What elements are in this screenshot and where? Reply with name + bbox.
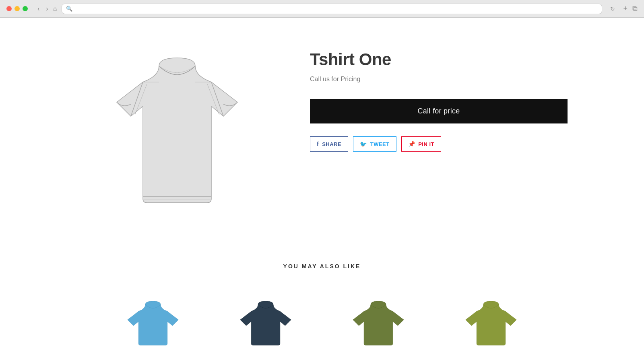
traffic-light-green[interactable]: [23, 6, 28, 11]
list-item[interactable]: [326, 286, 431, 350]
twitter-icon: 🐦: [360, 141, 367, 147]
tweet-label: TWEET: [370, 141, 390, 147]
product-info: Tshirt One Call us for Pricing Call for …: [310, 42, 568, 152]
nav-buttons: ‹ › ⌂: [36, 5, 57, 12]
product-image: [101, 42, 254, 215]
traffic-light-yellow[interactable]: [14, 6, 20, 11]
page-content: Tshirt One Call us for Pricing Call for …: [60, 18, 584, 362]
also-like-section: YOU MAY ALSO LIKE: [76, 247, 568, 350]
search-icon: 🔍: [66, 6, 72, 12]
also-like-image-olive: [338, 286, 419, 350]
also-like-image-blue: [113, 286, 193, 350]
browser-chrome: ‹ › ⌂ 🔍 ↻ + ⧉: [0, 0, 644, 18]
product-layout: Tshirt One Call us for Pricing Call for …: [76, 42, 568, 215]
share-facebook-button[interactable]: f SHARE: [310, 136, 348, 152]
pin-label: PIN IT: [418, 141, 434, 147]
also-like-title: YOU MAY ALSO LIKE: [76, 263, 568, 269]
product-image-container: [76, 42, 278, 215]
back-button[interactable]: ‹: [36, 5, 41, 12]
home-button[interactable]: ⌂: [53, 5, 57, 12]
traffic-lights: [6, 6, 28, 11]
list-item[interactable]: [101, 286, 205, 350]
product-title: Tshirt One: [310, 50, 568, 69]
tweet-button[interactable]: 🐦 TWEET: [353, 136, 396, 152]
browser-actions: + ⧉: [623, 4, 638, 13]
pin-button[interactable]: 📌 PIN IT: [401, 136, 441, 152]
new-tab-button[interactable]: +: [623, 4, 627, 13]
reload-button[interactable]: ↻: [610, 6, 615, 12]
also-like-image-yellow-olive: [451, 286, 531, 350]
forward-button[interactable]: ›: [44, 5, 50, 12]
tab-menu-button[interactable]: ⧉: [632, 4, 638, 13]
traffic-light-red[interactable]: [6, 6, 12, 11]
list-item[interactable]: [213, 286, 318, 350]
also-like-image-dark: [225, 286, 306, 350]
facebook-icon: f: [317, 141, 319, 147]
pinterest-icon: 📌: [408, 141, 415, 147]
address-bar[interactable]: 🔍: [62, 4, 602, 14]
also-like-grid: [76, 286, 568, 350]
product-subtitle: Call us for Pricing: [310, 76, 568, 83]
social-buttons: f SHARE 🐦 TWEET 📌 PIN IT: [310, 136, 568, 152]
share-label: SHARE: [322, 141, 341, 147]
call-for-price-button[interactable]: Call for price: [310, 99, 568, 123]
list-item[interactable]: [439, 286, 543, 350]
